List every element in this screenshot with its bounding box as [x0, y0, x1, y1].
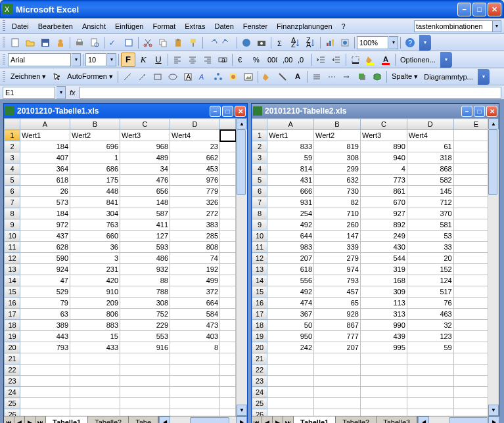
font-color-icon[interactable]: A — [378, 53, 393, 67]
select-all-corner[interactable] — [5, 119, 20, 130]
cell[interactable]: 152 — [407, 264, 453, 275]
row-header[interactable]: 24 — [5, 387, 20, 398]
wordart-icon[interactable]: A — [196, 70, 210, 84]
tab-next-icon[interactable]: ▶ — [273, 416, 283, 423]
cell[interactable] — [220, 376, 236, 387]
cell[interactable]: 632 — [314, 175, 361, 186]
cell[interactable]: 618 — [267, 264, 314, 275]
cell[interactable]: 529 — [20, 286, 70, 298]
cell[interactable]: 242 — [267, 342, 314, 353]
horizontal-scrollbar[interactable]: ◀ ▶ — [417, 416, 499, 423]
cell[interactable]: Wert2 — [70, 130, 120, 141]
chart-type-button[interactable]: Diagrammtyp... — [421, 73, 476, 81]
cell[interactable] — [220, 409, 236, 416]
cell[interactable] — [70, 353, 120, 365]
cell[interactable]: 883 — [70, 320, 120, 331]
cell[interactable]: 148 — [120, 197, 170, 208]
cell[interactable] — [360, 398, 407, 409]
cell[interactable]: 367 — [267, 309, 314, 320]
cell[interactable] — [170, 376, 220, 387]
cell[interactable]: Wert4 — [407, 130, 453, 141]
cell[interactable]: 364 — [20, 164, 70, 175]
increase-decimal-icon[interactable]: ,00 — [280, 53, 294, 67]
cell[interactable]: 339 — [314, 242, 361, 253]
toolbar-grip[interactable] — [3, 37, 5, 49]
menu-ansicht[interactable]: Ansicht — [78, 20, 110, 32]
clipart-icon[interactable] — [226, 70, 241, 84]
cell[interactable] — [267, 376, 314, 387]
cell[interactable]: 696 — [70, 141, 120, 152]
cell[interactable] — [170, 365, 220, 376]
row-header[interactable]: 6 — [5, 186, 20, 197]
print-preview-icon[interactable] — [87, 35, 102, 50]
wb-maximize-button[interactable]: □ — [474, 106, 485, 117]
font-color-draw-icon[interactable]: A — [290, 70, 305, 84]
cell[interactable]: 313 — [360, 309, 407, 320]
align-center-icon[interactable] — [185, 53, 200, 67]
workbook-titlebar[interactable]: 20101210-Tabelle1.xls – □ ✕ — [4, 104, 247, 118]
vscroll-thumb[interactable] — [237, 129, 246, 195]
tab-prev-icon[interactable]: ◀ — [262, 416, 273, 423]
cell[interactable]: 752 — [120, 309, 170, 320]
save-icon[interactable] — [38, 35, 53, 50]
cell[interactable]: 868 — [407, 164, 453, 175]
decrease-indent-icon[interactable] — [314, 53, 329, 67]
cell[interactable]: 476 — [120, 175, 170, 186]
row-header[interactable]: 5 — [252, 175, 267, 186]
toolbar-overflow-2[interactable]: ▾ — [440, 52, 452, 68]
cell[interactable]: 127 — [120, 231, 170, 242]
menu-daten[interactable]: Daten — [210, 20, 238, 32]
cell[interactable]: Wert3 — [360, 130, 407, 141]
cell[interactable]: 32 — [407, 320, 453, 331]
row-header[interactable]: 15 — [252, 286, 267, 298]
drawing-icon[interactable] — [338, 35, 352, 50]
help-icon[interactable]: ? — [403, 35, 417, 50]
row-header[interactable]: 22 — [5, 365, 20, 376]
cell[interactable]: 517 — [407, 286, 453, 298]
menu-extras[interactable]: Extras — [180, 20, 210, 32]
cell[interactable] — [20, 387, 70, 398]
cell[interactable]: 229 — [120, 320, 170, 331]
line-style-icon[interactable] — [309, 70, 324, 84]
cell[interactable]: Wert2 — [314, 130, 361, 141]
scroll-left-icon[interactable]: ◀ — [159, 416, 170, 423]
cell[interactable]: 448 — [70, 186, 120, 197]
toolbar-overflow[interactable]: ▾ — [419, 35, 431, 51]
column-header[interactable]: D — [170, 119, 220, 130]
select-all-corner[interactable] — [252, 119, 267, 130]
cell[interactable]: 916 — [120, 342, 170, 353]
row-header[interactable]: 7 — [252, 197, 267, 208]
menu-help[interactable]: ? — [337, 20, 350, 32]
cell[interactable]: 304 — [70, 208, 120, 219]
permissions-icon[interactable] — [53, 35, 68, 50]
cell[interactable]: 50 — [267, 320, 314, 331]
zoom-combo[interactable]: 100% — [357, 36, 388, 49]
cell[interactable] — [360, 387, 407, 398]
wb-maximize-button[interactable]: □ — [222, 106, 233, 117]
cell[interactable]: 593 — [120, 242, 170, 253]
menubar-grip[interactable] — [3, 20, 5, 32]
cell[interactable]: 928 — [314, 309, 361, 320]
draw-menu[interactable]: Zeichnen ▾ — [8, 72, 49, 81]
column-header[interactable]: C — [120, 119, 170, 130]
cell[interactable] — [70, 387, 120, 398]
cell[interactable]: 924 — [20, 264, 70, 275]
cell[interactable]: 950 — [267, 331, 314, 342]
cell[interactable] — [220, 342, 236, 353]
cell[interactable] — [220, 275, 236, 286]
cell[interactable]: 309 — [360, 286, 407, 298]
column-header[interactable]: A — [267, 119, 314, 130]
cell[interactable] — [120, 409, 170, 416]
row-header[interactable]: 21 — [252, 353, 267, 365]
cell[interactable]: 793 — [20, 342, 70, 353]
cell[interactable]: 779 — [170, 186, 220, 197]
cell[interactable] — [170, 387, 220, 398]
currency-icon[interactable]: € — [235, 53, 249, 67]
cell[interactable]: 79 — [20, 298, 70, 309]
cell[interactable]: 660 — [70, 231, 120, 242]
cell[interactable]: 63 — [20, 309, 70, 320]
zoom-dropdown[interactable]: ▾ — [389, 36, 398, 49]
comma-style-icon[interactable]: 000 — [265, 53, 279, 67]
cell[interactable]: 990 — [360, 320, 407, 331]
cell[interactable]: 910 — [70, 286, 120, 298]
